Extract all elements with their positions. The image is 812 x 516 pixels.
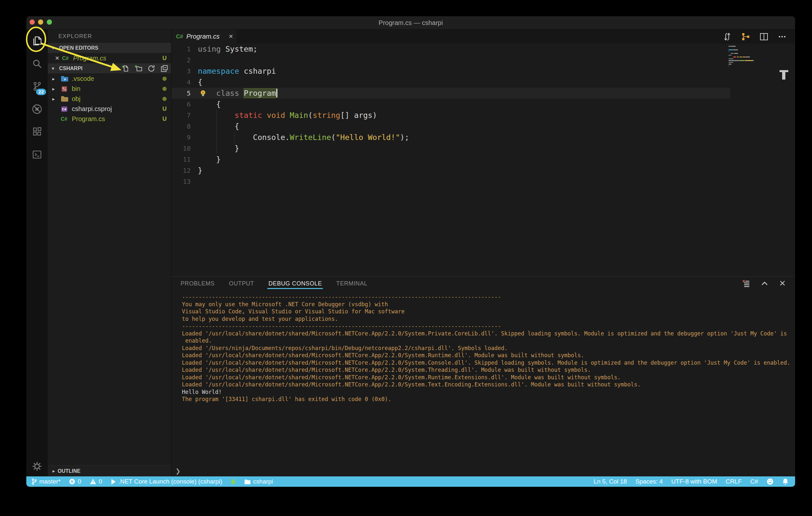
status-flame[interactable] bbox=[231, 478, 236, 485]
untracked-badge: U bbox=[163, 104, 167, 114]
sync-icon[interactable] bbox=[722, 32, 732, 41]
console-line: You may only use the Microsoft .NET Core… bbox=[182, 301, 789, 308]
open-editor-item[interactable]: ✕C#Program.csU bbox=[48, 53, 171, 63]
status-net-core-launch-console-csharpi[interactable]: .NET Core Launch (console) (csharpi) bbox=[111, 478, 223, 485]
minimap-bar bbox=[733, 49, 738, 50]
status-spaces-4[interactable]: Spaces: 4 bbox=[635, 478, 663, 485]
activity-search-icon[interactable] bbox=[26, 52, 48, 75]
line-number: 13 bbox=[172, 176, 198, 187]
split-editor-icon[interactable] bbox=[759, 32, 768, 41]
panel-actions bbox=[742, 279, 787, 288]
folder-bin-icon bbox=[61, 85, 72, 93]
editor-tab-bar: C# Program.cs ✕ bbox=[172, 30, 795, 43]
activity-explorer-icon[interactable] bbox=[26, 30, 48, 52]
line-number: 5 bbox=[172, 88, 198, 99]
minimap-bar bbox=[734, 53, 738, 54]
status-label: CRLF bbox=[726, 478, 742, 485]
collapse-all-icon[interactable] bbox=[160, 64, 169, 73]
status-label: 0 bbox=[99, 478, 102, 485]
panel-tab-output[interactable]: OUTPUT bbox=[229, 277, 254, 291]
code-text: Console.WriteLine("Hello World!"); bbox=[198, 132, 409, 143]
minimap-bar bbox=[728, 49, 733, 50]
line-number: 6 bbox=[172, 99, 198, 110]
activity-debug-icon[interactable] bbox=[26, 98, 48, 120]
minimap-bar bbox=[728, 55, 731, 56]
more-actions-icon[interactable] bbox=[778, 32, 787, 41]
bell-icon bbox=[782, 478, 789, 485]
tree-item-program-cs[interactable]: C#Program.csU bbox=[48, 114, 171, 124]
csharp-file-icon: C# bbox=[62, 56, 73, 61]
console-line: Loaded '/usr/local/share/dotnet/shared/M… bbox=[182, 381, 789, 388]
minimap[interactable] bbox=[727, 45, 780, 69]
activity-extensions-icon[interactable] bbox=[26, 120, 48, 143]
chevron-collapsed-icon: ▸ bbox=[52, 86, 61, 92]
tree-item-bin[interactable]: ▸bin bbox=[48, 84, 171, 94]
status-master[interactable]: master* bbox=[31, 478, 60, 485]
chevron-collapsed-icon: ▸ bbox=[52, 96, 61, 102]
tree-item-label: csharpi.csproj bbox=[72, 105, 171, 113]
status-c#[interactable]: C# bbox=[750, 478, 758, 485]
minimap-bar bbox=[728, 60, 740, 61]
code-line-11: 11 } bbox=[172, 154, 795, 165]
status-bell[interactable] bbox=[782, 478, 789, 485]
svg-text:C#: C# bbox=[62, 108, 67, 111]
status-ln-5-col-18[interactable]: Ln 5, Col 18 bbox=[594, 478, 627, 485]
play-icon bbox=[111, 479, 116, 485]
dot bbox=[163, 97, 167, 101]
tree-item-obj[interactable]: ▸obj bbox=[48, 94, 171, 104]
flame-icon bbox=[231, 478, 236, 485]
close-editor-icon[interactable]: ✕ bbox=[52, 55, 62, 62]
activity-source-control-icon[interactable]: 22 bbox=[26, 75, 48, 98]
status-crlf[interactable]: CRLF bbox=[726, 478, 742, 485]
new-file-icon[interactable] bbox=[121, 64, 129, 73]
line-number: 10 bbox=[172, 143, 198, 154]
code-text: class Program bbox=[198, 88, 278, 99]
activity-terminal-icon[interactable] bbox=[26, 143, 48, 166]
run-configuration-icon[interactable] bbox=[741, 32, 750, 41]
line-number: 3 bbox=[172, 66, 198, 77]
scrollbar-thumb[interactable] bbox=[782, 72, 785, 80]
tab-program-cs[interactable]: C# Program.cs ✕ bbox=[172, 30, 237, 43]
tree-item--vscode[interactable]: ▸.vscode bbox=[48, 74, 171, 84]
code-line-10: 10 } bbox=[172, 143, 795, 154]
status-label: Ln 5, Col 18 bbox=[594, 478, 627, 485]
project-section-header[interactable]: ▾ CSHARPI bbox=[48, 63, 171, 73]
dot bbox=[163, 87, 167, 91]
status-0[interactable]: 0 bbox=[69, 478, 81, 485]
vscode-window: Program.cs — csharpi 22 EXPLORER ▾ OPEN … bbox=[26, 16, 795, 487]
status-smiley[interactable] bbox=[766, 478, 774, 485]
close-panel-icon[interactable] bbox=[778, 279, 787, 288]
new-folder-icon[interactable] bbox=[134, 64, 143, 73]
code-line-3: 3namespace csharpi bbox=[172, 66, 795, 77]
code-line-6: 6 { bbox=[172, 99, 795, 110]
scroll-hint-chevron[interactable]: ❯ bbox=[175, 467, 181, 475]
outline-section-header[interactable]: ▸ OUTLINE bbox=[48, 465, 171, 476]
status-utf-8-with-bom[interactable]: UTF-8 with BOM bbox=[671, 478, 717, 485]
status-0[interactable]: 0 bbox=[90, 478, 102, 485]
code-editor[interactable]: 1using System;23namespace csharpi4{5 cla… bbox=[172, 43, 795, 276]
refresh-icon[interactable] bbox=[147, 64, 155, 73]
maximize-panel-icon[interactable] bbox=[760, 279, 769, 288]
settings-gear-icon[interactable] bbox=[26, 461, 48, 472]
code-text: } bbox=[198, 154, 221, 165]
tree-item-csharpi-csproj[interactable]: C#csharpi.csprojU bbox=[48, 104, 171, 114]
minimap-bar bbox=[731, 53, 734, 54]
tab-close-icon[interactable]: ✕ bbox=[228, 32, 234, 40]
open-editors-header[interactable]: ▾ OPEN EDITORS bbox=[48, 43, 171, 53]
panel-tab-debug-console[interactable]: DEBUG CONSOLE bbox=[268, 277, 322, 291]
status-left-group: master*00.NET Core Launch (console) (csh… bbox=[31, 478, 273, 485]
status-csharpi[interactable]: csharpi bbox=[244, 478, 273, 485]
panel-tab-terminal[interactable]: TERMINAL bbox=[336, 277, 367, 291]
csharp-file-icon: C# bbox=[176, 33, 183, 40]
clear-console-icon[interactable] bbox=[742, 279, 751, 288]
console-line: Hello World! bbox=[182, 388, 789, 396]
line-number: 1 bbox=[172, 43, 198, 55]
explorer-toolbar bbox=[121, 64, 169, 73]
console-line: Loaded '/usr/local/share/dotnet/shared/M… bbox=[182, 330, 789, 337]
open-editor-label: Program.cs bbox=[73, 55, 171, 62]
outline-label: OUTLINE bbox=[58, 468, 81, 474]
minimap-bar bbox=[728, 64, 731, 65]
panel-tab-problems[interactable]: PROBLEMS bbox=[181, 277, 215, 291]
code-line-1: 1using System; bbox=[172, 43, 795, 55]
status-label: .NET Core Launch (console) (csharpi) bbox=[119, 478, 223, 485]
